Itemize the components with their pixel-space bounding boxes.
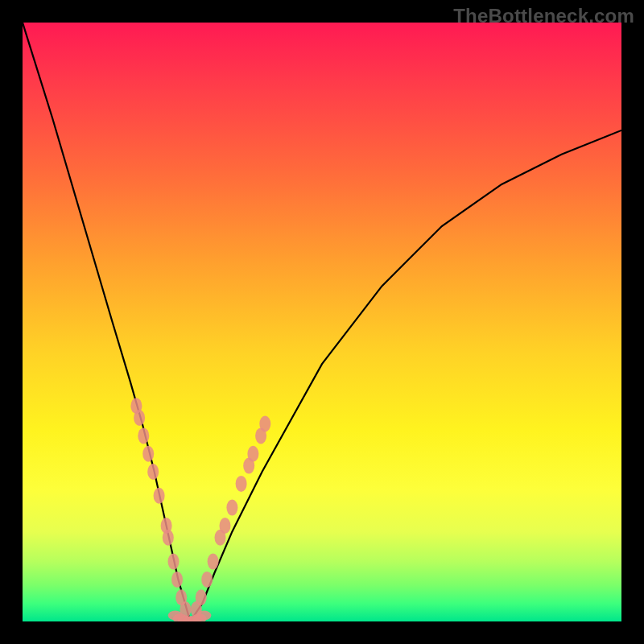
- marker-bead: [196, 589, 207, 605]
- marker-bead: [163, 530, 174, 546]
- marker-bead: [168, 554, 180, 570]
- watermark-text: TheBottleneck.com: [453, 5, 634, 27]
- marker-bead: [226, 500, 237, 516]
- marker-bead: [208, 554, 219, 570]
- markers-left-arm: [130, 398, 191, 617]
- marker-bead: [147, 464, 159, 480]
- bottleneck-curve: [23, 23, 621, 621]
- plot-area: [23, 23, 621, 621]
- marker-bead: [247, 446, 258, 462]
- marker-bead: [236, 476, 247, 492]
- marker-bead: [220, 518, 231, 534]
- marker-bead: [142, 446, 154, 462]
- marker-bead: [154, 488, 165, 504]
- marker-bead: [259, 416, 270, 432]
- marker-bead: [171, 572, 183, 588]
- markers-right-arm: [191, 416, 270, 618]
- marker-bead: [134, 410, 145, 426]
- marker-bead: [138, 427, 149, 444]
- marker-bead: [196, 611, 211, 621]
- chart-svg: [23, 23, 621, 621]
- chart-frame: TheBottleneck.com: [0, 0, 644, 644]
- marker-bead: [201, 572, 213, 588]
